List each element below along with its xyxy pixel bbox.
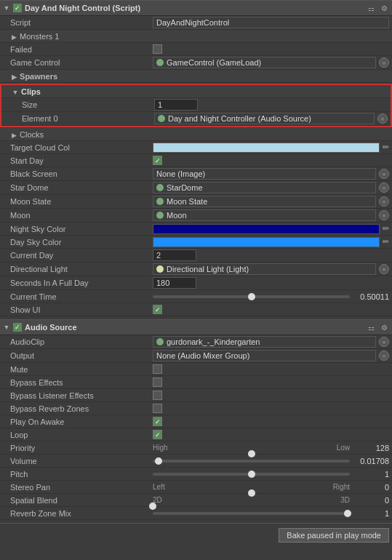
volume-row: Volume 0.01708 xyxy=(0,455,392,468)
blackscreen-select-btn[interactable]: ○ xyxy=(379,169,389,179)
moon-icon xyxy=(156,212,164,219)
priority-slider-thumb[interactable] xyxy=(248,450,255,457)
bypasslistener-checkbox[interactable] xyxy=(153,391,162,400)
spawners-row: ▶ Spawners xyxy=(0,70,392,83)
clips-arrow[interactable]: ▼ xyxy=(12,89,19,96)
volume-slider-track[interactable] xyxy=(153,460,350,463)
size-input[interactable] xyxy=(154,99,198,111)
spatialblend-3d-label: 3D xyxy=(340,496,350,504)
failed-value xyxy=(153,44,392,54)
priority-high-label: High xyxy=(153,444,168,452)
priority-value: High Low 128 xyxy=(153,444,392,452)
pitch-value-text: 1 xyxy=(353,470,389,479)
directionallight-field[interactable]: Directional Light (Light) xyxy=(153,263,376,275)
audioclip-label: AudioClip xyxy=(0,337,153,346)
showui-checkbox[interactable]: ✓ xyxy=(153,305,162,314)
pitch-slider-thumb[interactable] xyxy=(248,471,255,478)
seconds-value xyxy=(153,277,392,289)
monsters-label: ▶ Monsters 1 xyxy=(0,32,153,41)
moon-field[interactable]: Moon xyxy=(153,209,376,221)
panel2-icon1[interactable]: ⚏ xyxy=(366,322,376,332)
stardome-select-btn[interactable]: ○ xyxy=(379,183,389,193)
panel1-collapse-arrow[interactable]: ▼ xyxy=(3,4,10,12)
showui-label: Show UI xyxy=(0,305,153,314)
directionallight-row: Directional Light Directional Light (Lig… xyxy=(0,263,392,276)
spatialblend-row: Spatial Blend 2D 3D 0 xyxy=(0,494,392,507)
output-field[interactable]: None (Audio Mixer Group) xyxy=(153,350,376,361)
script-value: DayAndNightControl xyxy=(153,17,392,28)
bypass-checkbox[interactable] xyxy=(153,377,162,387)
failed-row: Failed xyxy=(0,43,392,56)
clocks-label: ▶ Clocks xyxy=(0,130,153,139)
moon-select-btn[interactable]: ○ xyxy=(379,210,389,220)
startday-checkbox[interactable]: ✓ xyxy=(153,156,162,165)
stardome-field[interactable]: StarDome xyxy=(153,182,376,193)
reverbzone-slider-track[interactable] xyxy=(153,512,350,515)
nightsky-color[interactable] xyxy=(153,224,380,234)
showui-value: ✓ xyxy=(153,305,392,314)
element0-select-btn[interactable]: ○ xyxy=(377,113,388,124)
clocks-row: ▶ Clocks xyxy=(0,128,392,141)
reverbzone-row: Reverb Zone Mix 1 xyxy=(0,507,392,520)
seconds-input[interactable] xyxy=(153,277,196,289)
failed-checkbox[interactable] xyxy=(153,44,162,54)
panel2-icon2[interactable]: ⚙ xyxy=(379,322,389,332)
spatialblend-slider-thumb[interactable] xyxy=(149,503,156,510)
bypass-row: Bypass Effects xyxy=(0,376,392,389)
bypass-value xyxy=(153,377,392,387)
moonstate-field[interactable]: Moon State xyxy=(153,196,376,207)
target-color[interactable] xyxy=(153,143,380,153)
script-field[interactable]: DayAndNightControl xyxy=(153,17,389,28)
loop-value: ✓ xyxy=(153,430,392,439)
nightsky-label: Night Sky Color xyxy=(0,225,153,233)
currenttime-slider-thumb[interactable] xyxy=(248,293,255,300)
daysky-color[interactable] xyxy=(153,237,380,247)
currenttime-label: Current Time xyxy=(0,292,153,301)
bypassreverb-checkbox[interactable] xyxy=(153,404,162,413)
blackscreen-row: Black Screen None (Image) ○ xyxy=(0,167,392,181)
currenttime-value-text: 0.50011 xyxy=(353,292,389,301)
gamecontrol-field[interactable]: GameControl (GameLoad) xyxy=(153,57,376,68)
gamecontrol-select-btn[interactable]: ○ xyxy=(379,57,389,68)
panel1-header-icons: ⚏ ⚙ xyxy=(366,3,389,13)
blackscreen-field[interactable]: None (Image) xyxy=(153,168,376,180)
priority-row: Priority High Low 128 xyxy=(0,441,392,455)
daysky-label: Day Sky Color xyxy=(0,238,153,247)
monsters-arrow[interactable]: ▶ xyxy=(10,33,17,41)
stereopan-left-label: Left xyxy=(153,483,165,491)
stereopan-value-text: 0 xyxy=(353,483,389,492)
stereopan-slider-thumb[interactable] xyxy=(248,489,255,497)
bake-button[interactable]: Bake paused in play mode xyxy=(279,528,389,543)
playonawake-value: ✓ xyxy=(153,417,392,426)
volume-slider-thumb[interactable] xyxy=(155,457,162,465)
loop-checkbox[interactable]: ✓ xyxy=(153,430,162,439)
panel2-collapse-arrow[interactable]: ▼ xyxy=(3,324,10,331)
mute-checkbox[interactable] xyxy=(153,364,162,374)
daysky-pencil[interactable]: ✏ xyxy=(383,237,389,247)
reverbzone-slider-thumb[interactable] xyxy=(344,510,351,517)
spawners-arrow[interactable]: ▶ xyxy=(10,73,17,81)
currentday-input[interactable] xyxy=(153,249,196,261)
output-select-btn[interactable]: ○ xyxy=(379,351,389,361)
element0-field[interactable]: Day and Night Controller (Audio Source) xyxy=(154,113,375,124)
audioclip-select-btn[interactable]: ○ xyxy=(379,337,389,347)
audioclip-field[interactable]: gurdonark_-_Kindergarten xyxy=(153,336,376,348)
moonstate-select-btn[interactable]: ○ xyxy=(379,196,389,207)
panel1-icon2[interactable]: ⚙ xyxy=(379,3,389,13)
directionallight-select-btn[interactable]: ○ xyxy=(379,264,389,274)
panel1-icon1[interactable]: ⚏ xyxy=(366,3,376,13)
currenttime-slider-track[interactable] xyxy=(153,295,350,298)
seconds-row: Seconds In A Full Day xyxy=(0,276,392,290)
panel2-enable-checkbox[interactable]: ✓ xyxy=(13,323,22,332)
gamecontrol-row: Game Control GameControl (GameLoad) ○ xyxy=(0,56,392,70)
target-pencil[interactable]: ✏ xyxy=(383,143,389,152)
size-row: Size xyxy=(1,98,391,112)
nightsky-pencil[interactable]: ✏ xyxy=(383,224,389,233)
playonawake-checkbox[interactable]: ✓ xyxy=(153,417,162,426)
audioclip-value: gurdonark_-_Kindergarten ○ xyxy=(153,336,392,348)
pitch-slider-track[interactable] xyxy=(153,473,350,476)
clocks-arrow[interactable]: ▶ xyxy=(10,132,17,139)
element0-icon xyxy=(158,115,165,122)
panel1-enable-checkbox[interactable]: ✓ xyxy=(13,4,22,12)
spawners-label: ▶ Spawners xyxy=(0,72,153,81)
